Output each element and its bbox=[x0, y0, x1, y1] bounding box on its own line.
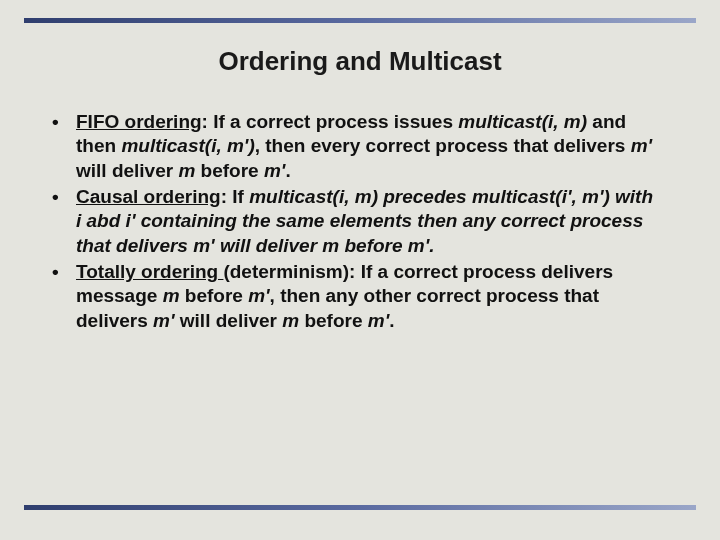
text: before bbox=[195, 160, 264, 181]
slide-content: FIFO ordering: If a correct process issu… bbox=[48, 110, 660, 335]
bottom-divider bbox=[24, 505, 696, 510]
slide-title: Ordering and Multicast bbox=[0, 46, 720, 77]
text-ital: m bbox=[178, 160, 195, 181]
bullet-total: Totally ordering (determinism): If a cor… bbox=[48, 260, 660, 333]
text-ital: multicast(i, m) bbox=[458, 111, 587, 132]
term-fifo: FIFO ordering bbox=[76, 111, 202, 132]
text-ital: multicast(i, m') bbox=[121, 135, 254, 156]
bullet-causal: Causal ordering: If multicast(i, m) prec… bbox=[48, 185, 660, 258]
text: , then every correct process that delive… bbox=[255, 135, 631, 156]
text-ital: m' bbox=[248, 285, 269, 306]
term-total: Totally ordering bbox=[76, 261, 223, 282]
text-ital: m' bbox=[153, 310, 174, 331]
text-ital: m bbox=[163, 285, 180, 306]
text: : If bbox=[221, 186, 250, 207]
bullet-fifo: FIFO ordering: If a correct process issu… bbox=[48, 110, 660, 183]
text-ital: m' bbox=[631, 135, 652, 156]
text-ital: m' bbox=[368, 310, 389, 331]
text-ital: m' bbox=[264, 160, 285, 181]
text: before bbox=[299, 310, 368, 331]
text: : If a correct process issues bbox=[202, 111, 459, 132]
slide: Ordering and Multicast FIFO ordering: If… bbox=[0, 0, 720, 540]
text: . bbox=[389, 310, 394, 331]
term-causal: Causal ordering bbox=[76, 186, 221, 207]
top-divider bbox=[24, 18, 696, 23]
text: before bbox=[180, 285, 249, 306]
text: will deliver bbox=[76, 160, 178, 181]
text: will deliver bbox=[175, 310, 283, 331]
text: . bbox=[285, 160, 290, 181]
text-ital: m bbox=[282, 310, 299, 331]
